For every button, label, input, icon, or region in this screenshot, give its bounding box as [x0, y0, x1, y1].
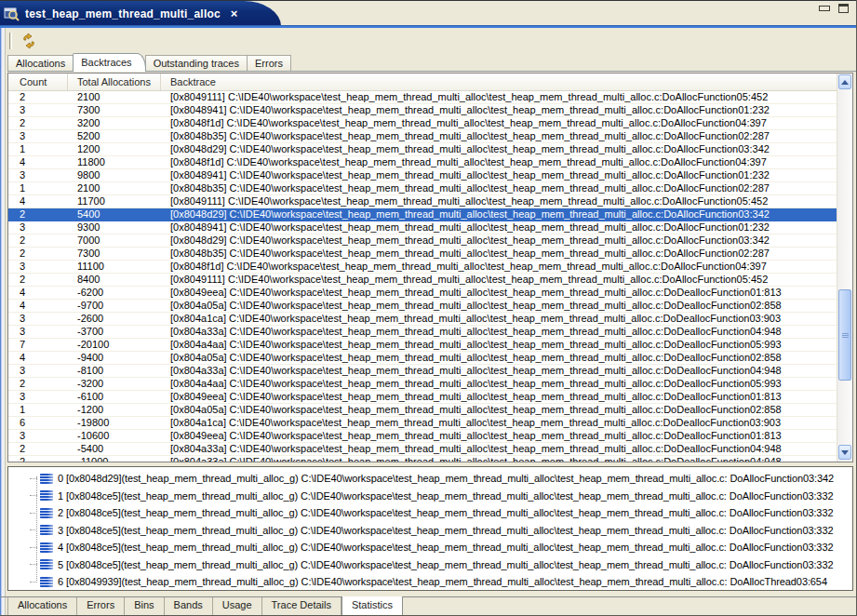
table-cell: 4	[8, 156, 68, 168]
table-row[interactable]: 3-10600[0x8049eea] C:\IDE40\workspace\te…	[8, 430, 837, 443]
table-row[interactable]: 311100[0x8048f1d] C:\IDE40\workspace\tes…	[8, 261, 837, 274]
stack-frame-item[interactable]: 3 [0x8048ce5](test_heap_mem_thread_multi…	[8, 522, 852, 540]
tree-branch-line	[30, 513, 37, 514]
table-row[interactable]: 3-3700[0x804a33a] C:\IDE40\workspace\tes…	[8, 326, 837, 339]
stack-frame-icon	[40, 508, 53, 518]
table-cell: 3	[8, 221, 68, 234]
minimize-icon[interactable]	[819, 6, 830, 11]
table-cell: 7000	[68, 234, 161, 247]
maximize-icon[interactable]	[838, 4, 849, 13]
table-cell: -8100	[68, 365, 161, 377]
table-cell: -6200	[68, 287, 161, 299]
table-row[interactable]: 25400[0x8048d29] C:\IDE40\workspace\test…	[8, 208, 837, 221]
stack-frame-text: 0 [0x8048d29](test_heap_mem_thread_multi…	[58, 473, 834, 484]
table-row[interactable]: 4-9400[0x804a05a] C:\IDE40\workspace\tes…	[8, 352, 837, 365]
table-cell: 2100	[68, 91, 161, 103]
trace-details-panel: 0 [0x8048d29](test_heap_mem_thread_multi…	[7, 466, 853, 591]
table-row[interactable]: 39800[0x8048941] C:\IDE40\workspace\test…	[8, 169, 837, 182]
tab-allocations[interactable]: Allocations	[7, 55, 74, 71]
scroll-up-button[interactable]	[838, 74, 851, 89]
bottom-view-tabs: AllocationsErrorsBinsBandsUsageTrace Det…	[0, 596, 856, 616]
bottom-tab-bands[interactable]: Bands	[165, 597, 213, 615]
column-header-total-allocations[interactable]: Total Allocations	[68, 74, 161, 90]
table-cell: [0x804a1ca] C:\IDE40\workspace\test_heap…	[161, 313, 837, 325]
table-row[interactable]: 12100[0x8048b35] C:\IDE40\workspace\test…	[8, 182, 837, 195]
table-row[interactable]: 4-9700[0x804a05a] C:\IDE40\workspace\tes…	[8, 300, 837, 313]
table-row[interactable]: 2-3200[0x804a4aa] C:\IDE40\workspace\tes…	[8, 378, 837, 391]
table-row[interactable]: 411800[0x8048f1d] C:\IDE40\workspace\tes…	[8, 156, 837, 169]
bottom-tab-errors[interactable]: Errors	[77, 597, 125, 615]
table-cell: -1200	[68, 404, 161, 416]
table-cell: 3	[8, 313, 68, 325]
table-cell: [0x8049eea] C:\IDE40\workspace\test_heap…	[161, 287, 837, 299]
table-row[interactable]: 411700[0x8049111] C:\IDE40\workspace\tes…	[8, 195, 837, 208]
tab-backtraces[interactable]: Backtraces	[73, 53, 145, 72]
stack-frame-text: 5 [0x8048ce5](test_heap_mem_thread_multi…	[58, 559, 833, 570]
toolbar-gripper[interactable]	[9, 33, 12, 49]
tab-errors[interactable]: Errors	[247, 55, 291, 71]
table-row[interactable]: 11200[0x8048d29] C:\IDE40\workspace\test…	[8, 143, 837, 156]
table-cell: 4	[8, 352, 68, 364]
scrollbar-thumb[interactable]	[838, 289, 851, 381]
stack-frame-item[interactable]: 1 [0x8048ce5](test_heap_mem_thread_multi…	[8, 488, 852, 505]
table-row[interactable]: 28400[0x8049111] C:\IDE40\workspace\test…	[8, 274, 837, 287]
stack-frame-item[interactable]: 0 [0x8048d29](test_heap_mem_thread_multi…	[8, 470, 852, 488]
tree-branch-line	[30, 582, 37, 583]
table-cell: -3200	[68, 378, 161, 390]
table-cell: 11800	[68, 156, 161, 168]
table-cell: -9400	[68, 352, 161, 364]
view-title: test_heap_mem_thread_multi_alloc	[25, 7, 221, 20]
thumb-grip-icon	[842, 333, 849, 338]
bottom-tab-allocations[interactable]: Allocations	[7, 597, 77, 615]
stack-frame-item[interactable]: 6 [0x8049939](test_heap_mem_thread_multi…	[8, 573, 852, 591]
table-row[interactable]: 7-20100[0x804a4aa] C:\IDE40\workspace\te…	[8, 339, 837, 352]
close-icon[interactable]: ×	[226, 1, 243, 26]
synchronize-icon[interactable]	[20, 33, 37, 49]
scroll-down-button[interactable]	[838, 445, 851, 460]
table-cell: 2	[8, 91, 68, 103]
column-header-count[interactable]: Count	[8, 74, 68, 90]
table-row[interactable]: 3-2600[0x804a1ca] C:\IDE40\workspace\tes…	[8, 313, 837, 326]
table-row[interactable]: 35200[0x8048b35] C:\IDE40\workspace\test…	[8, 130, 837, 143]
table-row[interactable]: 27300[0x8048b35] C:\IDE40\workspace\test…	[8, 248, 837, 261]
table-cell: 3	[8, 430, 68, 442]
table-cell: [0x8048941] C:\IDE40\workspace\test_heap…	[161, 221, 837, 234]
table-cell: 2	[8, 248, 68, 260]
table-row[interactable]: 23200[0x8048f1d] C:\IDE40\workspace\test…	[8, 117, 837, 130]
stack-frame-item[interactable]: 4 [0x8048ce5](test_heap_mem_thread_multi…	[8, 539, 852, 556]
table-cell: [0x8049111] C:\IDE40\workspace\test_heap…	[161, 195, 837, 208]
table-row[interactable]: 3-6100[0x8049eea] C:\IDE40\workspace\tes…	[8, 391, 837, 404]
tab-outstanding-traces[interactable]: Outstanding traces	[145, 55, 248, 71]
tree-branch-line	[30, 478, 37, 479]
table-row[interactable]: 4-6200[0x8049eea] C:\IDE40\workspace\tes…	[8, 287, 837, 300]
table-cell: 11700	[68, 195, 161, 208]
table-row[interactable]: 2-11000[0x804a33a] C:\IDE40\workspace\te…	[8, 456, 837, 462]
bottom-tab-trace-details[interactable]: Trace Details	[262, 597, 341, 615]
table-row[interactable]: 6-19800[0x804a1ca] C:\IDE40\workspace\te…	[8, 417, 837, 430]
chevron-up-icon	[841, 80, 849, 85]
table-row[interactable]: 1-1200[0x804a05a] C:\IDE40\workspace\tes…	[8, 404, 837, 417]
table-row[interactable]: 27000[0x8048d29] C:\IDE40\workspace\test…	[8, 234, 837, 248]
table-cell: 11100	[68, 261, 161, 273]
table-row[interactable]: 37300[0x8048941] C:\IDE40\workspace\test…	[8, 104, 837, 117]
table-cell: 1	[8, 404, 68, 416]
table-row[interactable]: 22100[0x8049111] C:\IDE40\workspace\test…	[8, 91, 837, 104]
table-row[interactable]: 39300[0x8048941] C:\IDE40\workspace\test…	[8, 221, 837, 234]
table-cell: 3200	[68, 117, 161, 129]
stack-frame-item[interactable]: 2 [0x8048ce5](test_heap_mem_thread_multi…	[8, 504, 852, 522]
vertical-scrollbar[interactable]	[837, 74, 852, 462]
table-cell: [0x8048b35] C:\IDE40\workspace\test_heap…	[161, 182, 837, 194]
bottom-tab-bins[interactable]: Bins	[125, 597, 164, 615]
column-header-backtrace[interactable]: Backtrace	[161, 74, 837, 90]
view-tab[interactable]: test_heap_mem_thread_multi_alloc ×	[0, 1, 244, 26]
stack-frame-text: 4 [0x8048ce5](test_heap_mem_thread_multi…	[58, 542, 833, 553]
table-row[interactable]: 2-5400[0x804a33a] C:\IDE40\workspace\tes…	[8, 443, 837, 456]
table-row[interactable]: 3-8100[0x804a33a] C:\IDE40\workspace\tes…	[8, 365, 837, 378]
bottom-tab-statistics[interactable]: Statistics	[341, 596, 403, 616]
bottom-tab-usage[interactable]: Usage	[213, 597, 262, 615]
table-cell: [0x804a4aa] C:\IDE40\workspace\test_heap…	[161, 378, 837, 390]
stack-frame-item[interactable]: 5 [0x8048ce5](test_heap_mem_thread_multi…	[8, 556, 852, 574]
table-cell: 2	[8, 234, 68, 247]
table-cell: 2	[8, 274, 68, 286]
table-cell: 1200	[68, 143, 161, 155]
